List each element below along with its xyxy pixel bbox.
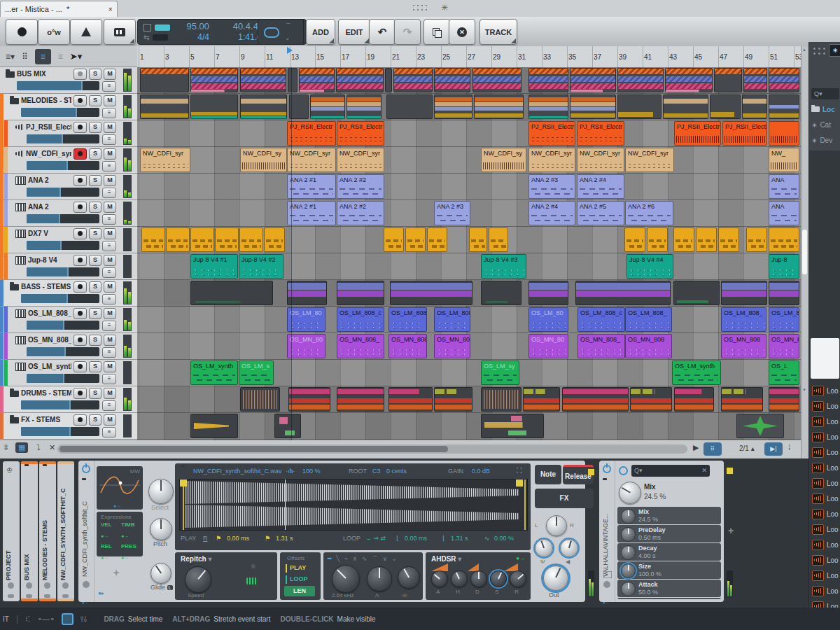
volume-fader[interactable] xyxy=(21,427,99,436)
mute-button[interactable]: M xyxy=(104,255,116,266)
track-row[interactable]: DRUMS - STEMSSM≡ xyxy=(0,386,137,413)
gain-value[interactable]: 0.0 dB xyxy=(472,468,490,475)
device-power-icon[interactable] xyxy=(82,465,90,473)
clip[interactable]: NW_CDFI_sy xyxy=(481,148,526,172)
track-row[interactable]: FX - STEMSSM≡ xyxy=(0,413,137,440)
clip[interactable]: ANA xyxy=(769,201,799,225)
shuffle-toggle[interactable]: ⇆ xyxy=(144,34,168,41)
clip[interactable]: ANA 2 #1 xyxy=(287,174,336,199)
loop-result-item[interactable]: Loo xyxy=(809,429,840,444)
clip[interactable] xyxy=(472,68,522,92)
plugin-history-icon[interactable] xyxy=(603,581,610,588)
zoom-fit-button[interactable]: ▶| xyxy=(764,442,783,456)
clip[interactable] xyxy=(617,94,662,119)
clip[interactable]: Jup-8 V4 #3 xyxy=(481,254,526,279)
freeze-icon[interactable]: ✳ xyxy=(250,562,256,571)
param-value[interactable]: 100.0 % xyxy=(638,570,662,578)
device-tab-bus-mix[interactable]: BUS MIX xyxy=(21,461,38,601)
arranger-row[interactable]: Jup-8 V4 #1Jup-8 V4 #2Jup-8 V4 #3Jup-8 V… xyxy=(137,253,801,280)
clip[interactable]: OS_MN_80 xyxy=(287,334,326,358)
clip[interactable] xyxy=(575,281,671,305)
clear-search-icon[interactable]: ✕ xyxy=(701,465,707,477)
main-param-knob[interactable] xyxy=(619,482,641,504)
mute-button[interactable]: M xyxy=(104,361,116,372)
clip[interactable] xyxy=(386,94,433,119)
clip[interactable]: Jup-8 xyxy=(769,254,799,279)
clip[interactable]: ANA 2 #3 xyxy=(434,201,470,225)
track-menu-button[interactable]: ≡ xyxy=(102,161,116,172)
track-row[interactable]: OS_LM_synth_bas...SM≡ xyxy=(0,360,137,386)
clip[interactable] xyxy=(562,387,629,412)
sample-end-handle[interactable] xyxy=(516,479,523,486)
clip[interactable]: OS_LM_synth xyxy=(672,360,721,385)
vscroll-thumb[interactable] xyxy=(802,230,807,274)
mixer-small-icon[interactable]: ⫯⫰ xyxy=(80,615,88,624)
clip[interactable] xyxy=(523,387,560,412)
arm-button[interactable] xyxy=(74,414,87,426)
clip[interactable] xyxy=(384,227,404,252)
play-start-value[interactable]: 0.00 ms xyxy=(227,535,249,542)
solo-button[interactable]: S xyxy=(89,281,102,293)
stretch-amount[interactable]: 100 % xyxy=(302,468,321,475)
clip[interactable] xyxy=(469,227,487,252)
add-device-button[interactable]: + xyxy=(728,525,734,536)
record-button[interactable] xyxy=(6,19,38,45)
close-tab-icon[interactable]: × xyxy=(108,5,113,13)
clip[interactable] xyxy=(337,387,384,412)
track-row[interactable]: BUS MIXSM≡ xyxy=(0,67,137,94)
arm-button[interactable] xyxy=(74,202,87,213)
document-tab[interactable]: ...er - Mistica - ... * × xyxy=(0,1,118,17)
clip[interactable] xyxy=(665,68,713,92)
clip[interactable] xyxy=(630,387,672,412)
clip[interactable] xyxy=(288,387,330,412)
volume-fader[interactable] xyxy=(21,400,99,410)
loop-result-item[interactable]: Loo xyxy=(809,414,840,429)
lane-view-icon[interactable]: ≡ xyxy=(35,49,51,64)
track-name[interactable]: DX7 V xyxy=(28,230,71,237)
expression-vel[interactable]: VEL●→ xyxy=(101,522,120,540)
loop-start-value[interactable]: 0.00 ms xyxy=(405,535,427,542)
clip[interactable] xyxy=(388,387,433,412)
mute-button[interactable]: M xyxy=(104,335,116,346)
timeline-ruler[interactable]: 1357911131517192123252729313335373941434… xyxy=(137,46,801,68)
param-row-bassmult[interactable]: BassMult xyxy=(617,598,721,599)
env-knob-s[interactable] xyxy=(490,570,507,587)
track-row[interactable]: ANA 2SM≡ xyxy=(0,200,137,227)
expression-pres[interactable]: PRES●→ xyxy=(121,543,140,562)
track-name[interactable]: NW_CDFI_synth_s... xyxy=(26,150,71,158)
clip[interactable] xyxy=(528,281,568,305)
undo-button[interactable]: ↶ xyxy=(369,19,396,45)
arranger-row[interactable]: NW_CDFI_syrNW_CDFI_syNW_CDFI_syrNW_CDFI_… xyxy=(137,147,801,174)
clip[interactable] xyxy=(434,68,470,92)
env-knob-h[interactable] xyxy=(451,570,468,587)
root-note[interactable]: C3 xyxy=(372,468,381,475)
clip[interactable] xyxy=(140,94,189,119)
track-list-menu-icon[interactable]: ≡▾ xyxy=(6,52,15,62)
mod-sources-icon[interactable]: ●▸ xyxy=(98,590,104,596)
loop-icon[interactable] xyxy=(264,27,279,38)
clip[interactable] xyxy=(570,68,616,92)
browser-grid-icon[interactable] xyxy=(812,46,826,56)
expression-timb[interactable]: TIMB●→ xyxy=(121,522,140,540)
offset-loop[interactable]: LOOP xyxy=(290,575,308,582)
clip[interactable] xyxy=(405,227,426,252)
clip[interactable] xyxy=(721,387,763,412)
clip[interactable] xyxy=(481,414,544,438)
grid-view-icon[interactable]: ⠿ xyxy=(22,52,28,62)
solo-button[interactable]: S xyxy=(89,388,102,399)
clip[interactable] xyxy=(673,281,720,305)
clip[interactable] xyxy=(288,68,298,92)
hscroll-thumb[interactable] xyxy=(59,446,448,452)
track-name[interactable]: BASS - STEMS xyxy=(21,283,71,290)
add-modulator-button[interactable]: + xyxy=(113,567,119,578)
volume-fader[interactable] xyxy=(27,241,99,250)
play-marker-icon[interactable]: ▶ xyxy=(693,443,699,452)
clip[interactable]: OS_MN_808 xyxy=(434,334,470,358)
clip[interactable] xyxy=(769,281,799,305)
clip[interactable] xyxy=(474,94,524,119)
track-name[interactable]: Jup-8 V4 xyxy=(28,256,71,264)
clip[interactable]: NW_CDFI_syr xyxy=(528,148,575,172)
clip[interactable]: PJ_RSII_Electr xyxy=(577,121,624,146)
plugin-mod-icon[interactable] xyxy=(603,594,611,598)
param-row-decay[interactable]: Decay4.00 s xyxy=(617,543,721,561)
